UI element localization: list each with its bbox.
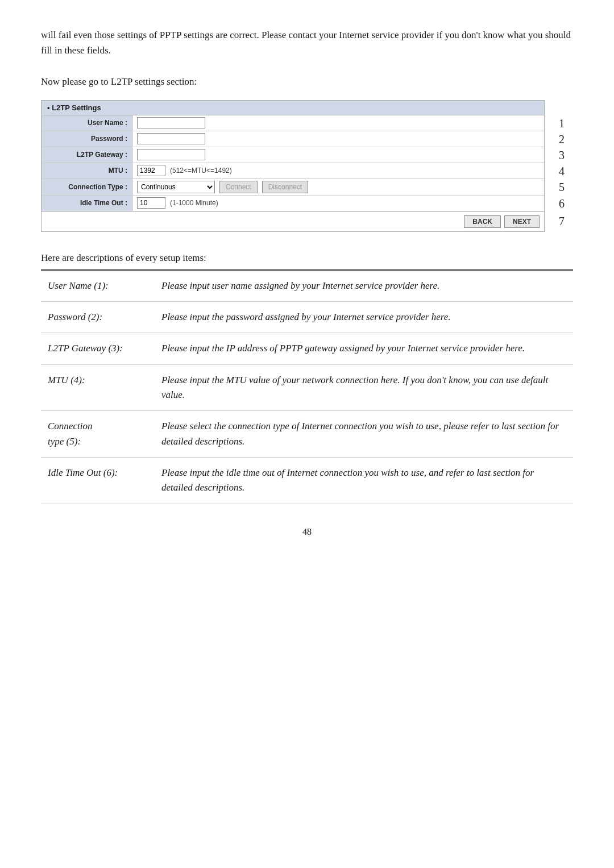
desc-def-gateway: Please input the IP address of PPTP gate… — [155, 333, 573, 364]
descriptions-table: User Name (1): Please input user name as… — [41, 269, 573, 504]
row-number-2: 2 — [559, 132, 565, 146]
row-number-3: 3 — [559, 148, 565, 161]
password-row: Password : — [42, 131, 544, 147]
username-row: User Name : — [42, 115, 544, 131]
gateway-row: L2TP Gateway : — [42, 147, 544, 163]
desc-def-password: Please input the password assigned by yo… — [155, 301, 573, 333]
desc-row-password: Password (2): Please input the password … — [41, 301, 573, 333]
desc-row-mtu: MTU (4): Please input the MTU value of y… — [41, 364, 573, 411]
desc-term-mtu: MTU (4): — [41, 364, 155, 411]
connect-button[interactable]: Connect — [219, 181, 258, 193]
desc-def-username: Please input user name assigned by your … — [155, 270, 573, 302]
desc-term-gateway: L2TP Gateway (3): — [41, 333, 155, 364]
connection-type-label: Connection Type : — [42, 179, 132, 195]
nav-buttons-row: BACK NEXT — [42, 211, 544, 231]
disconnect-button[interactable]: Disconnect — [262, 181, 308, 193]
mtu-input[interactable] — [137, 165, 165, 176]
desc-def-mtu: Please input the MTU value of your netwo… — [155, 364, 573, 411]
idle-timeout-input[interactable] — [137, 197, 165, 209]
desc-term-connection: Connectiontype (5): — [41, 411, 155, 458]
mtu-label: MTU : — [42, 163, 132, 178]
gateway-input[interactable] — [137, 149, 205, 160]
password-label: Password : — [42, 131, 132, 147]
password-input[interactable] — [137, 133, 205, 144]
desc-row-username: User Name (1): Please input user name as… — [41, 270, 573, 302]
settings-header: • L2TP Settings — [42, 101, 544, 115]
next-button[interactable]: NEXT — [504, 215, 540, 228]
desc-term-password: Password (2): — [41, 301, 155, 333]
page-number: 48 — [41, 527, 573, 537]
idle-timeout-label: Idle Time Out : — [42, 196, 132, 211]
gateway-label: L2TP Gateway : — [42, 147, 132, 163]
row-number-5: 5 — [559, 181, 565, 194]
username-label: User Name : — [42, 115, 132, 131]
desc-row-idle: Idle Time Out (6): Please input the idle… — [41, 457, 573, 504]
row-number-4: 4 — [559, 164, 565, 177]
desc-term-idle: Idle Time Out (6): — [41, 457, 155, 504]
desc-def-idle: Please input the idle time out of Intern… — [155, 457, 573, 504]
desc-section-title: Here are descriptions of every setup ite… — [41, 252, 573, 264]
intro-paragraph: will fail even those settings of PPTP se… — [41, 27, 573, 58]
settings-title: L2TP Settings — [52, 103, 101, 112]
idle-timeout-hint: (1-1000 Minute) — [170, 199, 218, 207]
desc-row-gateway: L2TP Gateway (3): Please input the IP ad… — [41, 333, 573, 364]
username-input[interactable] — [137, 117, 205, 128]
l2tp-settings-box: • L2TP Settings User Name : 1 Password :… — [41, 100, 545, 232]
desc-row-connection: Connectiontype (5): Please select the co… — [41, 411, 573, 458]
back-button[interactable]: BACK — [464, 215, 501, 228]
connection-type-select[interactable]: Continuous Connect on Demand Manual — [137, 181, 215, 193]
mtu-row: MTU : (512<=MTU<=1492) — [42, 163, 544, 179]
row-number-1: 1 — [559, 117, 565, 130]
section-label: Now please go to L2TP settings section: — [41, 74, 573, 89]
mtu-hint: (512<=MTU<=1492) — [170, 167, 232, 175]
idle-timeout-row: Idle Time Out : (1-1000 Minute) — [42, 196, 544, 211]
desc-def-connection: Please select the connection type of Int… — [155, 411, 573, 458]
row-number-6: 6 — [559, 197, 565, 210]
connection-type-row: Connection Type : Continuous Connect on … — [42, 179, 544, 196]
desc-term-username: User Name (1): — [41, 270, 155, 302]
row-number-7: 7 — [559, 215, 565, 228]
